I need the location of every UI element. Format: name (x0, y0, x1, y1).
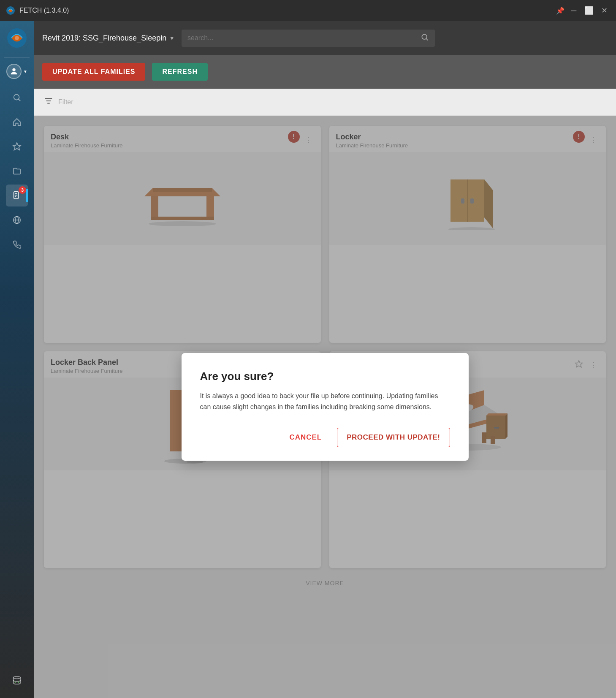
maximize-button[interactable]: ⬜ (583, 5, 595, 16)
close-button[interactable]: ✕ (598, 5, 610, 16)
main-content: Revit 2019: SSG_Firehouse_Sleepin ▼ UPDA… (34, 21, 616, 698)
app-container: ▼ (0, 21, 616, 698)
active-indicator (26, 189, 28, 202)
sidebar: ▼ (0, 21, 34, 698)
refresh-button[interactable]: REFRESH (152, 63, 207, 81)
content-area: ! Desk Laminate Firehouse Furniture ⋮ (34, 116, 616, 698)
minimize-button[interactable]: ─ (568, 5, 580, 16)
svg-marker-6 (13, 143, 21, 150)
sidebar-item-phone[interactable] (6, 209, 28, 231)
sidebar-item-search[interactable] (6, 87, 28, 109)
filter-icon (44, 96, 53, 108)
cancel-button[interactable]: CANCEL (284, 430, 327, 445)
pin-icon[interactable]: 📌 (556, 7, 564, 15)
sidebar-item-database[interactable] (6, 669, 28, 691)
toolbar: UPDATE ALL FAMILIES REFRESH (34, 55, 616, 89)
project-label: Revit 2019: SSG_Firehouse_Sleepin (42, 34, 166, 43)
filter-placeholder: Filter (58, 98, 73, 106)
svg-line-16 (426, 38, 428, 40)
svg-point-15 (422, 34, 427, 39)
project-selector[interactable]: Revit 2019: SSG_Firehouse_Sleepin ▼ (42, 34, 175, 43)
user-section[interactable]: ▼ (0, 60, 34, 82)
sidebar-divider (4, 57, 30, 58)
svg-line-5 (19, 99, 21, 101)
title-bar: FETCH (1.3.4.0) 📌 ─ ⬜ ✕ (0, 0, 616, 21)
sidebar-logo (4, 25, 30, 51)
modal-actions: CANCEL PROCEED WITH UPDATE! (200, 428, 450, 447)
proceed-button[interactable]: PROCEED WITH UPDATE! (337, 428, 450, 447)
user-avatar (6, 64, 22, 79)
modal-backdrop: Are you sure? It is always a good idea t… (34, 116, 616, 698)
update-all-button[interactable]: UPDATE ALL FAMILIES (42, 63, 145, 81)
sidebar-item-globe[interactable] (6, 234, 28, 255)
modal-title: Are you sure? (200, 370, 450, 383)
search-icon (421, 33, 429, 43)
search-box (182, 30, 435, 47)
sidebar-bottom (6, 669, 28, 698)
svg-point-4 (14, 95, 19, 100)
user-chevron-icon: ▼ (23, 69, 27, 74)
sidebar-item-home[interactable] (6, 111, 28, 133)
confirmation-modal: Are you sure? It is always a good idea t… (182, 353, 469, 460)
search-input[interactable] (187, 34, 416, 42)
svg-point-3 (12, 68, 15, 71)
sidebar-item-documents[interactable]: 3 (6, 185, 28, 206)
top-bar: Revit 2019: SSG_Firehouse_Sleepin ▼ (34, 21, 616, 55)
filter-bar: Filter (34, 89, 616, 116)
svg-point-14 (14, 676, 21, 679)
sidebar-item-folder[interactable] (6, 160, 28, 182)
app-title: FETCH (1.3.4.0) (19, 7, 552, 14)
modal-body: It is always a good idea to back your fi… (200, 391, 450, 412)
project-chevron-icon: ▼ (169, 35, 175, 41)
window-controls: 📌 ─ ⬜ ✕ (556, 5, 610, 16)
sidebar-nav: 3 (6, 87, 28, 669)
sidebar-item-favorites[interactable] (6, 136, 28, 158)
documents-badge: 3 (19, 186, 26, 194)
app-icon (6, 6, 15, 15)
svg-point-2 (15, 36, 19, 40)
